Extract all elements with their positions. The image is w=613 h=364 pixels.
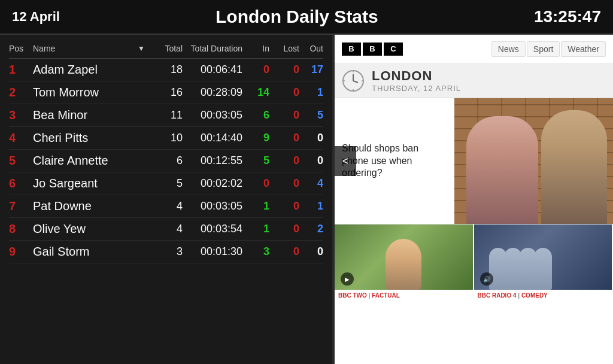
bbc-box-b2: B — [363, 43, 382, 56]
row-total: 3 — [150, 245, 183, 258]
row-out: 1 — [299, 200, 323, 213]
row-name: Bea Minor — [33, 108, 138, 122]
row-lost: 0 — [269, 63, 299, 76]
row-name: Jo Sargeant — [33, 177, 138, 190]
row-out: 0 — [299, 245, 323, 258]
col-total-header: Total — [150, 44, 183, 53]
row-pos: 9 — [9, 245, 33, 259]
thumb-1-bg — [335, 225, 473, 290]
location-date: THURSDAY, 12 APRIL — [372, 84, 461, 93]
tab-sport[interactable]: Sport — [527, 41, 560, 57]
table-row: 8 Olive Yew 4 00:03:54 1 0 2 — [9, 218, 323, 241]
thumb-1-label: BBC TWO | FACTUAL — [335, 290, 473, 317]
row-lost: 0 — [269, 245, 299, 258]
row-pos: 4 — [9, 131, 33, 145]
row-pos: 1 — [9, 63, 33, 77]
speaker-icon-2[interactable]: 🔊 — [480, 272, 493, 286]
row-name: Pat Downe — [33, 199, 138, 213]
row-total: 4 — [150, 200, 183, 213]
row-name: Tom Morrow — [33, 86, 138, 99]
table-row: 7 Pat Downe 4 00:03:05 1 0 1 — [9, 195, 323, 218]
col-duration-header: Total Duration — [183, 44, 242, 53]
row-total: 6 — [150, 154, 183, 167]
col-pos-header: Pos — [9, 44, 33, 53]
header: 12 April London Daily Stats 13:25:47 — [0, 0, 613, 35]
col-out-header: Out — [299, 44, 323, 53]
col-name-header: Name — [33, 44, 138, 53]
table-row: 6 Jo Sargeant 5 00:02:02 0 0 4 — [9, 172, 323, 195]
col-in-header: In — [242, 44, 269, 53]
header-title: London Daily Stats — [216, 7, 378, 27]
thumb-2-label: BBC RADIO 4 | COMEDY — [474, 290, 612, 317]
bbc-nav: B B C News Sport Weather — [335, 35, 613, 63]
table-row: 3 Bea Minor 11 00:03:05 6 0 5 — [9, 104, 323, 127]
table-header: Pos Name ▼ Total Total Duration In Lost … — [9, 41, 323, 59]
row-duration: 00:06:41 — [183, 63, 242, 76]
stats-panel: Pos Name ▼ Total Total Duration In Lost … — [0, 35, 332, 364]
table-row: 1 Adam Zapel 18 00:06:41 0 0 17 — [9, 59, 323, 81]
row-lost: 0 — [269, 223, 299, 235]
thumb-2[interactable]: 🔊 BBC RADIO 4 | COMEDY — [474, 225, 614, 317]
row-in: 9 — [242, 132, 269, 144]
back-button[interactable]: < — [335, 146, 356, 176]
thumb-1-person — [386, 239, 421, 290]
row-lost: 0 — [269, 154, 299, 167]
row-in: 1 — [242, 223, 269, 235]
bbc-tabs: News Sport Weather — [491, 41, 606, 57]
tab-news[interactable]: News — [491, 41, 526, 57]
row-duration: 00:01:30 — [183, 245, 242, 258]
row-duration: 00:14:40 — [183, 132, 242, 144]
row-in: 14 — [242, 86, 269, 99]
row-pos: 2 — [9, 86, 33, 99]
row-out: 4 — [299, 177, 323, 190]
table-row: 2 Tom Morrow 16 00:28:09 14 0 1 — [9, 81, 323, 104]
tab-weather[interactable]: Weather — [561, 41, 606, 57]
row-duration: 00:03:05 — [183, 109, 242, 122]
row-duration: 00:28:09 — [183, 86, 242, 99]
row-lost: 0 — [269, 109, 299, 122]
bbc-content: Should shops ban phone use when ordering… — [335, 98, 613, 364]
row-duration: 00:12:55 — [183, 154, 242, 167]
row-out: 17 — [299, 63, 323, 76]
table-row: 5 Claire Annette 6 00:12:55 5 0 0 — [9, 150, 323, 172]
bbc-thumbnails: ▶ BBC TWO | FACTUAL 🔊 — [335, 224, 613, 317]
row-total: 16 — [150, 86, 183, 99]
bbc-panel: B B C News Sport Weather — [335, 35, 613, 364]
person-right-silhouette — [541, 110, 607, 224]
row-name: Gail Storm — [33, 245, 138, 259]
row-name: Claire Annette — [33, 154, 138, 168]
main-story-headline: Should shops ban phone use when ordering… — [342, 142, 447, 180]
main-story-image — [454, 98, 613, 224]
row-name: Adam Zapel — [33, 63, 138, 77]
row-total: 10 — [150, 132, 183, 144]
svg-line-2 — [353, 81, 358, 83]
thumb-2-channel: BBC RADIO 4 | COMEDY — [478, 292, 609, 299]
thumb-1[interactable]: ▶ BBC TWO | FACTUAL — [335, 225, 474, 317]
thumb-2-persons — [492, 248, 552, 290]
row-in: 6 — [242, 109, 269, 122]
row-out: 1 — [299, 86, 323, 99]
clock-icon — [342, 69, 365, 92]
main-content: Pos Name ▼ Total Total Duration In Lost … — [0, 35, 613, 364]
bbc-box-c: C — [384, 43, 403, 56]
bbc-logo: B B C — [342, 43, 403, 56]
row-pos: 8 — [9, 222, 33, 236]
thumb-2-bg — [474, 225, 612, 290]
row-in: 1 — [242, 200, 269, 213]
play-icon-1[interactable]: ▶ — [341, 272, 354, 286]
mini-person-4 — [534, 248, 552, 290]
row-total: 4 — [150, 223, 183, 235]
row-pos: 6 — [9, 177, 33, 190]
row-total: 11 — [150, 109, 183, 122]
row-in: 3 — [242, 245, 269, 258]
thumb-1-channel: BBC TWO | FACTUAL — [338, 292, 469, 299]
person-left-silhouette — [466, 116, 538, 224]
row-lost: 0 — [269, 86, 299, 99]
bbc-box-b1: B — [342, 43, 361, 56]
row-in: 5 — [242, 154, 269, 167]
table-body: 1 Adam Zapel 18 00:06:41 0 0 17 2 Tom Mo… — [9, 59, 323, 263]
table-row: 4 Cheri Pitts 10 00:14:40 9 0 0 — [9, 127, 323, 150]
row-in: 0 — [242, 63, 269, 76]
row-out: 5 — [299, 109, 323, 122]
col-lost-header: Lost — [269, 44, 299, 53]
